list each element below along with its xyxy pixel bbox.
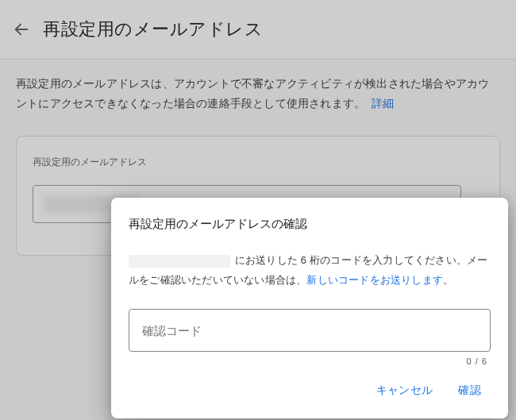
verify-email-dialog: 再設定用のメールアドレスの確認 にお送りした 6 桁のコードを入力してください。… [111, 198, 508, 418]
confirm-button[interactable]: 確認 [455, 377, 484, 404]
dialog-actions: キャンセル 確認 [129, 377, 491, 407]
code-char-counter: 0 / 6 [129, 356, 491, 366]
redacted-email [129, 255, 230, 268]
dialog-body-suffix: 。 [443, 274, 453, 286]
cancel-button[interactable]: キャンセル [373, 377, 437, 404]
dialog-title: 再設定用のメールアドレスの確認 [129, 217, 491, 232]
dialog-body: にお送りした 6 桁のコードを入力してください。メールをご確認いただいていない場… [129, 251, 491, 290]
verification-code-input[interactable] [142, 324, 477, 337]
verification-code-field[interactable] [129, 309, 491, 352]
resend-code-link[interactable]: 新しいコードをお送りします [306, 274, 443, 286]
